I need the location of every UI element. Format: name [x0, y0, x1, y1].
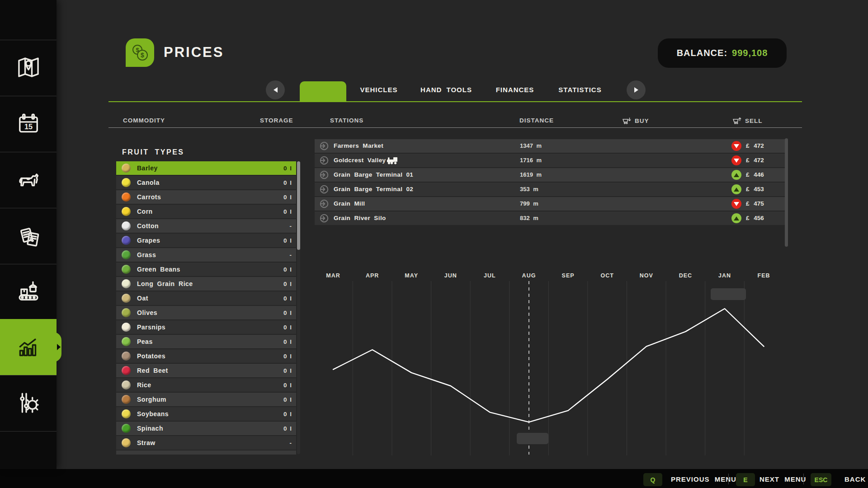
fruit-storage-value: 0 l [283, 396, 292, 403]
tab-finances[interactable]: FINANCES [496, 86, 534, 94]
balance-value: 999,108 [732, 48, 768, 58]
fruit-row-corn[interactable]: Corn0 l [116, 205, 296, 218]
tab-prices-active[interactable] [300, 81, 346, 102]
fruit-row-long-grain-rice[interactable]: Long Grain Rice0 l [116, 277, 296, 291]
fruit-name: Barley [137, 164, 158, 172]
footer-separator [803, 474, 804, 484]
station-row-goldcrest-valley[interactable]: Goldcrest Valley1716 m£ 472 [315, 154, 787, 167]
station-distance: 832 m [520, 215, 538, 221]
chevron-left-icon [274, 87, 278, 93]
fruit-storage-value: 0 l [283, 179, 292, 186]
sidebar-item-statistics[interactable] [0, 319, 57, 375]
sidebar-item-animals[interactable] [0, 152, 57, 208]
parsnip-icon [122, 323, 131, 332]
fruit-row-straw[interactable]: Straw- [116, 436, 296, 450]
fruit-storage-value: 0 l [283, 411, 292, 418]
sidebar-item-contracts[interactable] [0, 208, 57, 264]
fruit-name: Spinach [137, 425, 163, 432]
fruit-name: Oat [137, 295, 148, 302]
fruit-row-green-beans[interactable]: Green Beans0 l [116, 263, 296, 276]
station-list-scrollbar[interactable] [785, 138, 788, 247]
fruit-list-partial-row [116, 450, 296, 455]
chart-month-axis: MARAPRMAYJUNJULAUGSEPOCTNOVDECJANFEB [315, 272, 787, 280]
carrot-icon [122, 192, 131, 202]
sidebar-item-calendar[interactable]: 15 [0, 96, 57, 152]
fruit-row-carrots[interactable]: Carrots0 l [116, 190, 296, 204]
fruit-row-potatoes[interactable]: Potatoes0 l [116, 349, 296, 363]
fruit-row-red-beet[interactable]: Red Beet0 l [116, 364, 296, 377]
fruit-row-olives[interactable]: Olives0 l [116, 306, 296, 319]
column-buy: BUY [623, 117, 649, 126]
tab-vehicles[interactable]: VEHICLES [360, 86, 397, 94]
station-name: Goldcrest Valley [334, 157, 386, 164]
soybeans-icon [122, 409, 131, 418]
fruit-name: Grass [137, 251, 156, 258]
fruit-storage-value: 0 l [283, 310, 292, 316]
tab-hand-tools[interactable]: HAND TOOLS [420, 86, 472, 94]
fruit-storage-value: 0 l [283, 382, 292, 389]
fruit-name: Long Grain Rice [137, 280, 193, 287]
month-label-aug: AUG [522, 272, 536, 279]
station-row-grain-mill[interactable]: Grain Mill799 m£ 475 [315, 197, 787, 211]
tab-scroll-right-button[interactable] [627, 80, 646, 99]
tab-statistics[interactable]: STATISTICS [558, 86, 601, 94]
price-trend-up-icon [731, 184, 741, 194]
column-sell: SELL [733, 117, 763, 126]
station-marker-icon [319, 141, 329, 153]
cart-sell-icon [733, 117, 741, 126]
station-row-grain-barge-terminal-01[interactable]: Grain Barge Terminal 011619 m£ 446 [315, 168, 787, 182]
key-badge-esc[interactable]: ESC [811, 473, 831, 486]
station-name: Grain Barge Terminal 02 [334, 186, 413, 192]
balance-pill: BALANCE: 999,108 [658, 38, 787, 68]
fruit-storage-value: 0 l [283, 281, 292, 287]
month-label-jul: JUL [484, 272, 496, 279]
settings-sliders-icon [14, 389, 42, 418]
fruit-row-soybeans[interactable]: Soybeans0 l [116, 407, 296, 421]
fruit-row-grass[interactable]: Grass- [116, 248, 296, 262]
tab-scroll-left-button[interactable] [266, 80, 285, 99]
fruit-row-cotton[interactable]: Cotton- [116, 219, 296, 233]
sidebar-item-production[interactable] [0, 264, 57, 319]
map-icon [14, 53, 42, 83]
key-badge-q[interactable]: Q [643, 473, 662, 486]
fruit-row-peas[interactable]: Peas0 l [116, 335, 296, 348]
sidebar-item-map[interactable] [0, 40, 57, 96]
animals-icon [14, 165, 42, 195]
cart-buy-icon [623, 117, 631, 126]
key-badge-e[interactable]: E [736, 473, 755, 486]
footer-action-next-menu[interactable]: NEXT MENU [760, 475, 806, 483]
fruit-row-sorghum[interactable]: Sorghum0 l [116, 393, 296, 406]
fruit-list-scrollbar-thumb[interactable] [297, 161, 300, 250]
station-name: Grain River Silo [334, 215, 386, 221]
footer-action-back[interactable]: BACK [844, 475, 866, 483]
fruit-storage-value: 0 l [283, 324, 292, 331]
station-row-grain-river-silo[interactable]: Grain River Silo832 m£ 456 [315, 211, 787, 225]
red-beet-icon [122, 366, 131, 375]
fruit-name: Parsnips [137, 324, 165, 331]
fruit-storage-value: 0 l [283, 353, 292, 360]
station-row-grain-barge-terminal-02[interactable]: Grain Barge Terminal 02353 m£ 453 [315, 183, 787, 196]
fruit-storage-value: 0 l [283, 165, 292, 172]
fruit-list-scrollbar[interactable] [297, 161, 300, 454]
grapes-icon [122, 236, 131, 245]
fruit-row-barley[interactable]: Barley0 l [116, 161, 296, 175]
page-title: PRICES [164, 44, 224, 61]
fruit-row-grapes[interactable]: Grapes0 l [116, 234, 296, 247]
fruit-row-rice[interactable]: Rice0 l [116, 378, 296, 392]
rice-icon [122, 380, 131, 389]
fruit-row-oat[interactable]: Oat0 l [116, 291, 296, 305]
fruit-storage-value: 0 l [283, 208, 292, 215]
fruit-storage-value: 0 l [283, 266, 292, 273]
fruit-row-spinach[interactable]: Spinach0 l [116, 422, 296, 435]
fruit-row-canola[interactable]: Canola0 l [116, 176, 296, 189]
fruit-row-parsnips[interactable]: Parsnips0 l [116, 320, 296, 334]
long-grain-rice-icon [122, 279, 131, 288]
column-distance: DISTANCE [519, 117, 554, 124]
footer-action-previous-menu[interactable]: PREVIOUS MENU [671, 475, 736, 483]
fruit-storage-value: 0 l [283, 338, 292, 345]
price-trend-up-icon [731, 213, 741, 223]
station-row-farmers-market[interactable]: Farmers Market1347 m£ 472 [315, 139, 787, 153]
sorghum-icon [122, 395, 131, 404]
header-divider [108, 127, 802, 128]
sidebar-item-settings-sliders[interactable] [0, 375, 57, 431]
